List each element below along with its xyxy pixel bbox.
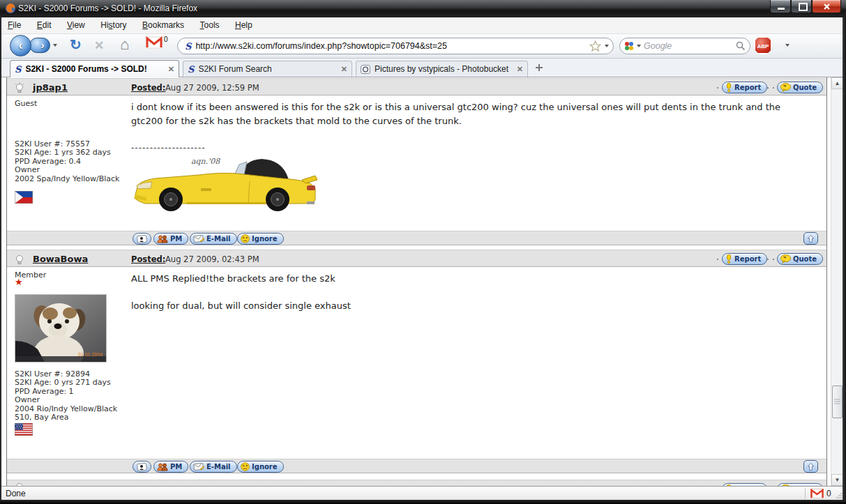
s2ki-favicon: S [15,64,21,75]
profile-button[interactable] [133,461,151,473]
separator-dot [767,259,769,260]
ignore-face-icon [241,234,250,243]
bookmark-star-icon[interactable] [589,40,601,52]
username-link[interactable]: jp8ap1 [33,82,68,93]
scroll-down-button[interactable]: ▼ [831,474,843,486]
title-bar: S2KI - S2000 Forums -> SOLD! - Mozilla F… [0,0,846,17]
svg-text:❞: ❞ [783,84,787,91]
url-bar[interactable]: S http://www.s2ki.com/forums/index.php?s… [177,38,614,54]
menu-item-history[interactable]: History [94,17,133,30]
search-engine-icon [624,41,634,51]
menu-item-help[interactable]: Help [229,17,259,30]
profile-button[interactable] [133,233,151,245]
new-tab-button[interactable] [534,63,544,72]
search-box[interactable]: Google [619,38,750,54]
search-icon[interactable] [736,41,746,51]
status-text: Done [6,489,26,498]
back-to-top-button[interactable] [803,232,818,245]
signature-artist: aqn.'08 [191,157,220,166]
home-button[interactable]: ⌂ [120,36,129,54]
refresh-button[interactable]: ↻ [70,36,82,53]
username-link[interactable]: BowaBowa [33,254,88,264]
status-gmail-count: 0 [826,489,831,498]
post-actions-row: PM E-Mail Ignore [7,231,826,245]
ignore-button[interactable]: Ignore [237,233,284,245]
post-header-row: jp8ap1 Posted: Aug 27 2009, 12:59 PM Rep… [7,78,826,96]
maximize-button[interactable] [791,0,812,13]
members-icon [157,235,168,243]
tab-close-icon[interactable]: ✕ [168,65,174,74]
posted-date: Aug 27 2009, 02:43 PM [165,254,259,264]
avatar: 01 01 2004 [15,294,107,362]
stat-line: Owner [15,396,117,404]
post-header-row-partial: Report Quote [7,480,826,486]
vertical-scrollbar[interactable]: ▲ ▼ [831,77,843,486]
quote-icon: ❞ [780,83,791,92]
window-right-edge [843,17,846,500]
post-body-line: ALL PMS Replied!the brackets are for the… [131,272,813,286]
ignore-button[interactable]: Ignore [237,461,284,473]
report-button[interactable]: Report [722,253,767,265]
report-icon [725,83,732,92]
tab-s2ki-search[interactable]: S S2KI Forum Search ✕ [183,61,352,77]
scroll-up-button[interactable]: ▲ [831,77,843,89]
window-bottom-edge [0,500,846,504]
post-header-row: BowaBowa Posted: Aug 27 2009, 02:43 PM R… [7,250,826,267]
user-offline-bulb-icon [14,253,25,265]
back-button[interactable]: ‹ [10,35,31,56]
email-button[interactable]: E-Mail [190,461,237,473]
status-separator [805,488,806,499]
minimize-button[interactable] [770,0,791,13]
up-arrow-icon [808,235,814,243]
philippines-flag [15,191,33,204]
user-stats: S2KI User #: 92894 S2KI Age: 0 yrs 271 d… [15,370,117,422]
tab-photobucket[interactable]: Pictures by vstypicals - Photobucket ✕ [356,61,528,77]
pm-button[interactable]: PM [153,461,188,473]
close-button[interactable] [812,0,841,13]
tab-s2ki-forums[interactable]: S S2KI - S2000 Forums -> SOLD! ✕ [10,60,179,77]
toolbar-overflow-caret[interactable] [785,44,790,47]
separator-dot [773,87,774,89]
status-gmail-icon[interactable] [810,489,824,498]
tab-close-icon[interactable]: ✕ [517,65,523,74]
resize-grip[interactable] [836,492,843,499]
quote-icon: ❞ [780,254,791,264]
status-bar: Done 0 [1,486,843,500]
navigation-toolbar: ‹ › ↻ ✕ ⌂ 0 S http://www.s2ki.com/forums… [1,34,843,59]
search-input[interactable]: Google [644,41,736,51]
gmail-button[interactable] [146,36,163,49]
firefox-icon [5,3,16,14]
email-button[interactable]: E-Mail [190,233,237,245]
search-engine-dropdown-caret[interactable] [637,45,641,47]
svg-text:❞: ❞ [783,256,787,262]
scrollbar-thumb[interactable] [832,385,843,418]
menu-item-view[interactable]: View [61,17,91,30]
s2ki-favicon: S [188,64,194,75]
history-dropdown-caret[interactable] [53,44,57,47]
post-body: i dont know if its been answered is this… [131,100,813,128]
site-favicon: S [185,41,191,52]
menu-item-file[interactable]: File [1,17,27,30]
menu-item-bookmarks[interactable]: Bookmarks [136,17,190,30]
menu-item-edit[interactable]: Edit [31,17,58,30]
url-dropdown-caret[interactable] [605,45,609,47]
url-text[interactable]: http://www.s2ki.com/forums/index.php?sho… [195,41,589,51]
quote-button[interactable]: ❞ Quote [777,82,823,93]
tab-bar: S S2KI - S2000 Forums -> SOLD! ✕ S S2KI … [1,59,843,77]
posted-label: Posted: [131,254,165,264]
separator-dot [767,87,769,89]
user-offline-bulb-icon [14,82,25,93]
menu-item-tools[interactable]: Tools [194,17,226,30]
back-to-top-button[interactable] [803,460,818,473]
report-button[interactable]: Report [722,82,767,93]
tab-close-icon[interactable]: ✕ [341,65,347,74]
up-arrow-icon [808,463,814,471]
quote-button[interactable]: ❞ Quote [777,253,823,265]
avatar-datestamp: 01 01 2004 [78,352,103,357]
pm-button[interactable]: PM [153,233,188,245]
adblock-plus-button[interactable]: ABP [754,36,772,54]
stop-button[interactable]: ✕ [94,38,104,53]
separator-dot [773,259,774,260]
member-title: Guest [15,99,37,108]
forward-button[interactable]: › [29,38,50,53]
